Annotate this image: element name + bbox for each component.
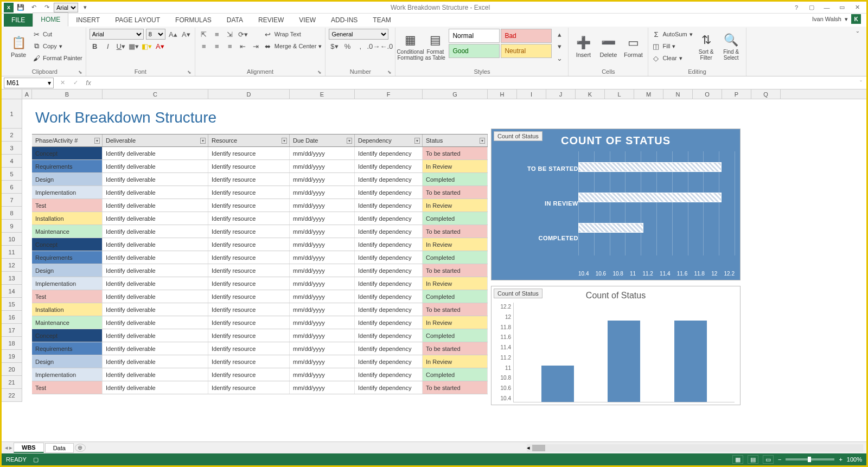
dependency-cell[interactable]: Identify dependency [355,212,423,225]
status-cell[interactable]: Completed [423,368,488,381]
status-cell[interactable]: In Review [423,355,488,368]
align-top-icon[interactable]: ⇱ [199,29,209,40]
deliverable-cell[interactable]: Identify deliverable [103,225,208,238]
number-launcher[interactable]: ⬊ [387,69,392,75]
qat-font-select[interactable]: Arial [54,3,78,12]
filter-dropdown-icon[interactable]: ▾ [200,138,206,144]
dependency-cell[interactable]: Identify dependency [355,303,423,316]
styles-prev-icon[interactable]: ▴ [554,29,565,40]
status-cell[interactable]: To be started [423,381,488,394]
style-bad[interactable]: Bad [501,29,552,43]
zoom-out-icon[interactable]: − [778,456,781,463]
due-date-cell[interactable]: mm/dd/yyyy [290,264,355,277]
ribbon-options-icon[interactable]: ▢ [805,3,819,12]
deliverable-cell[interactable]: Identify deliverable [103,368,208,381]
table-header[interactable]: Due Date▾ [290,135,355,146]
row-header[interactable]: 19 [2,350,22,363]
phase-cell[interactable]: Implementation [32,277,103,290]
fill-color-button[interactable]: ◧▾ [142,41,152,52]
resource-cell[interactable]: Identify resource [208,342,290,355]
resource-cell[interactable]: Identify resource [208,277,290,290]
table-row[interactable]: TestIdentify deliverableIdentify resourc… [32,290,488,303]
minimize-icon[interactable]: — [820,3,834,12]
sheet-nav-prev-icon[interactable]: ◂ [5,444,8,451]
deliverable-cell[interactable]: Identify deliverable [103,303,208,316]
table-row[interactable]: ImplementationIdentify deliverableIdenti… [32,368,488,381]
status-cell[interactable]: To be started [423,342,488,355]
decrease-indent-icon[interactable]: ⇤ [238,41,248,52]
due-date-cell[interactable]: mm/dd/yyyy [290,186,355,199]
row-header[interactable]: 4 [2,155,22,168]
deliverable-cell[interactable]: Identify deliverable [103,160,208,172]
row-header[interactable]: 3 [2,142,22,155]
row-header[interactable]: 22 [2,389,22,402]
column-header[interactable]: O [693,89,722,99]
row-header[interactable]: 21 [2,376,22,389]
dependency-cell[interactable]: Identify dependency [355,251,423,264]
tab-page-layout[interactable]: PAGE LAYOUT [107,14,168,27]
row-header[interactable]: 17 [2,324,22,337]
style-neutral[interactable]: Neutral [501,44,552,58]
column-header[interactable]: I [517,89,546,99]
tab-insert[interactable]: INSERT [68,14,107,27]
filter-dropdown-icon[interactable]: ▾ [94,138,100,144]
align-bottom-icon[interactable]: ⇲ [225,29,235,40]
status-cell[interactable]: Completed [423,251,488,264]
confirm-formula-icon[interactable]: ✓ [69,78,82,88]
deliverable-cell[interactable]: Identify deliverable [103,329,208,342]
resource-cell[interactable]: Identify resource [208,316,290,329]
status-cell[interactable]: In Review [423,277,488,290]
sheet-tab-wbs[interactable]: WBS [14,443,44,453]
dependency-cell[interactable]: Identify dependency [355,381,423,394]
table-row[interactable]: ConceptIdentify deliverableIdentify reso… [32,147,488,160]
resource-cell[interactable]: Identify resource [208,199,290,212]
align-right-icon[interactable]: ≡ [225,41,235,52]
table-row[interactable]: InstallationIdentify deliverableIdentify… [32,303,488,316]
deliverable-cell[interactable]: Identify deliverable [103,290,208,303]
row-header[interactable]: 18 [2,337,22,350]
fx-icon[interactable]: fx [82,78,95,88]
status-cell[interactable]: In Review [423,199,488,212]
phase-cell[interactable]: Concept [32,147,103,159]
phase-cell[interactable]: Implementation [32,186,103,199]
table-row[interactable]: ImplementationIdentify deliverableIdenti… [32,186,488,199]
tab-addins[interactable]: ADD-INS [323,14,365,27]
table-row[interactable]: MaintenanceIdentify deliverableIdentify … [32,316,488,329]
orientation-icon[interactable]: ⟳▾ [238,29,248,40]
resource-cell[interactable]: Identify resource [208,368,290,381]
tab-formulas[interactable]: FORMULAS [168,14,219,27]
italic-button[interactable]: I [103,41,113,52]
formula-input[interactable] [95,78,856,88]
deliverable-cell[interactable]: Identify deliverable [103,251,208,264]
resource-cell[interactable]: Identify resource [208,212,290,225]
dependency-cell[interactable]: Identify dependency [355,290,423,303]
row-header[interactable]: 16 [2,311,22,324]
dependency-cell[interactable]: Identify dependency [355,147,423,159]
column-header[interactable]: M [634,89,663,99]
table-header[interactable]: Phase/Activity #▾ [32,135,103,146]
font-color-button[interactable]: A▾ [155,41,165,52]
increase-font-icon[interactable]: A▴ [168,29,178,40]
zoom-level[interactable]: 100% [847,456,862,463]
deliverable-cell[interactable]: Identify deliverable [103,264,208,277]
row-header[interactable]: 14 [2,285,22,298]
column-header[interactable]: A [22,89,32,99]
resource-cell[interactable]: Identify resource [208,381,290,394]
column-header[interactable]: N [663,89,693,99]
horizontal-scrollbar[interactable]: ◂ [527,444,863,452]
filter-dropdown-icon[interactable]: ▾ [347,138,352,144]
increase-decimal-icon[interactable]: .0→ [368,41,379,52]
phase-cell[interactable]: Installation [32,303,103,316]
tab-review[interactable]: REVIEW [251,14,291,27]
table-row[interactable]: DesignIdentify deliverableIdentify resou… [32,264,488,277]
column-header[interactable]: P [722,89,751,99]
decrease-font-icon[interactable]: A▾ [181,29,192,40]
dependency-cell[interactable]: Identify dependency [355,199,423,212]
font-size-select[interactable]: 8 [146,29,165,40]
column-header[interactable]: G [423,89,488,99]
align-center-icon[interactable]: ≡ [212,41,222,52]
filter-dropdown-icon[interactable]: ▾ [282,138,287,144]
row-header[interactable]: 12 [2,259,22,272]
table-row[interactable]: DesignIdentify deliverableIdentify resou… [32,355,488,368]
row-header[interactable]: 2 [2,129,22,142]
